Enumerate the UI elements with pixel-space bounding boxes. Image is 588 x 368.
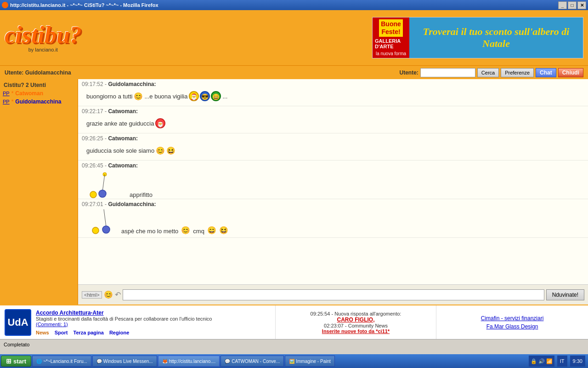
taskbar-btn-4[interactable]: 💬 CATWOMAN - Conve... bbox=[220, 356, 284, 367]
center-time: 09:25:54 - Nuova risposta all'argomento: bbox=[311, 311, 401, 316]
chat-input-bar: <html> 😊 ↶ Nduvinate! bbox=[78, 284, 588, 305]
smiley-5c: 😆 bbox=[219, 226, 228, 235]
taskbar-clock: 9:30 bbox=[570, 356, 585, 367]
taskbar-btn-3[interactable]: 🦊 http://cistitu.lanciano.... bbox=[158, 356, 220, 367]
preferenze-button[interactable]: Preferenze bbox=[501, 68, 534, 77]
html-label: <html> bbox=[82, 291, 102, 299]
emoji-green: 😄 bbox=[211, 91, 221, 101]
cerca-button[interactable]: Cerca bbox=[477, 68, 499, 77]
ad-text: Troverai il tuo sconto sull'albero di Na… bbox=[414, 26, 578, 50]
bottom-bar: UdA Accordo Architettura-Ater Stagisti e… bbox=[0, 305, 588, 339]
window-controls[interactable]: _ □ ✕ bbox=[558, 1, 586, 9]
taskbar-lang: IT bbox=[557, 356, 567, 367]
nav-search-label: Utente: bbox=[400, 69, 418, 76]
smiley-5a: 😊 bbox=[181, 226, 190, 235]
right-link-1[interactable]: Cimafin - servizi finanziari bbox=[481, 315, 544, 322]
right-link-2[interactable]: Fa.Mar Glass Design bbox=[486, 323, 538, 330]
sidebar-item-guidolamacchina[interactable]: PP * Guidolamacchina bbox=[0, 98, 78, 106]
news-title[interactable]: Accordo Architettura-Ater bbox=[36, 310, 104, 316]
sidebar-username-catwoman[interactable]: Catwoman bbox=[15, 90, 43, 97]
uda-logo: UdA bbox=[5, 309, 31, 336]
firefox-icon bbox=[2, 2, 8, 8]
taskbar-sys-icons: 🔒 🔊 📶 bbox=[529, 356, 554, 367]
sidebar-item-catwoman[interactable]: PP * Catwoman bbox=[0, 89, 78, 98]
nav-utente-label: Utente: Guidolamacchina bbox=[5, 69, 400, 76]
send-button[interactable]: Nduvinate! bbox=[546, 289, 584, 300]
bottom-center: 09:25:54 - Nuova risposta all'argomento:… bbox=[276, 305, 436, 339]
chat-message-1: 09:17:52 - Guidolamacchina: buongiorno a… bbox=[78, 79, 588, 106]
chat-msg-body-1: buongiorno a tutti 😊 ...e buona vigilia … bbox=[82, 89, 584, 103]
chat-msg-body-3: guiduccia sole sole siamo 😊 😆 bbox=[82, 144, 584, 157]
chat-msg-header-3: 09:26:25 - Catwoman: bbox=[82, 135, 584, 142]
chat-button[interactable]: Chat bbox=[536, 68, 556, 77]
chat-message-3: 09:26:25 - Catwoman: guiduccia sole sole… bbox=[78, 133, 588, 161]
sidebar-pp-guidolamacchina[interactable]: PP bbox=[3, 99, 10, 104]
logo-area: cistibu? by lanciano.it bbox=[5, 23, 82, 52]
news-link-regione[interactable]: Regione bbox=[109, 330, 129, 335]
pendulum-animation bbox=[86, 171, 123, 198]
taskbar-right: 🔒 🔊 📶 IT 9:30 bbox=[529, 356, 587, 367]
window-title: http://cistitu.lanciano.it - ~*~*~ CiSti… bbox=[10, 2, 558, 8]
taskbar-btn-1[interactable]: 🌐 ~*~Lanciano.it Foru... bbox=[32, 356, 91, 367]
pendulum-animation-2 bbox=[86, 209, 119, 235]
bottom-right: Cimafin - servizi finanziari Fa.Mar Glas… bbox=[436, 305, 588, 339]
chat-msg-header-2: 09:22:17 - Catwoman: bbox=[82, 108, 584, 115]
sidebar-pp-catwoman[interactable]: PP bbox=[3, 91, 10, 96]
emoji-hat: 🎅 bbox=[189, 91, 199, 101]
start-button[interactable]: ⊞ start bbox=[1, 356, 31, 367]
smiley-3a: 😊 bbox=[156, 146, 165, 155]
news-link-terzapagina[interactable]: Terza pagina bbox=[73, 330, 103, 335]
smiley-emoji-1: 😊 bbox=[134, 92, 143, 101]
ad-left: Buone Feste! GALLERIA D'ARTE la nuova fo… bbox=[373, 17, 409, 58]
top-header: cistibu? by lanciano.it Buone Feste! GAL… bbox=[0, 10, 588, 65]
chat-msg-body-4: apprifitto bbox=[82, 171, 584, 196]
chat-msg-header-4: 09:26:45 - Catwoman: bbox=[82, 162, 584, 169]
ad-badge: Buone Feste! bbox=[379, 19, 403, 37]
chat-msg-body-2: grazie anke ate guiduccia 🎅 bbox=[82, 116, 584, 130]
smiley-5b: 😄 bbox=[207, 226, 216, 235]
svg-point-3 bbox=[90, 191, 96, 198]
main-content: Cistitu? 2 Utenti PP * Catwoman PP * Gui… bbox=[0, 79, 588, 305]
nav-controls: Utente: Cerca Preferenze Chat Chiudi bbox=[400, 68, 584, 77]
chat-area: 09:17:52 - Guidolamacchina: buongiorno a… bbox=[78, 79, 588, 305]
svg-line-4 bbox=[104, 209, 106, 227]
chiudi-button[interactable]: Chiudi bbox=[558, 68, 583, 77]
ad-banner[interactable]: Buone Feste! GALLERIA D'ARTE la nuova fo… bbox=[372, 17, 583, 58]
chat-text-input[interactable] bbox=[123, 289, 544, 300]
center-topic[interactable]: CARO FIGLIO, bbox=[337, 316, 375, 323]
svg-point-2 bbox=[99, 190, 106, 197]
chat-message-5: 09:27:01 - Guidolamacchina: aspè che mo … bbox=[78, 199, 588, 238]
ad-right: Troverai il tuo sconto sull'albero di Na… bbox=[409, 17, 583, 58]
chat-message-4: 09:26:45 - Catwoman: app bbox=[78, 161, 588, 199]
chat-messages: 09:17:52 - Guidolamacchina: buongiorno a… bbox=[78, 79, 588, 284]
bottom-left: UdA Accordo Architettura-Ater Stagisti e… bbox=[0, 305, 276, 339]
news-link-news[interactable]: News bbox=[36, 330, 49, 335]
svg-line-1 bbox=[102, 174, 105, 191]
center-sub: 02:23:07 - Community News bbox=[324, 323, 388, 328]
chat-msg-body-5: aspè che mo lo metto 😊 cmq 😄 😆 bbox=[82, 209, 584, 235]
chat-msg-header-1: 09:17:52 - Guidolamacchina: bbox=[82, 81, 584, 87]
taskbar-btn-2[interactable]: 💬 Windows Live Messen... bbox=[92, 356, 157, 367]
sidebar-username-guidolamacchina[interactable]: Guidolamacchina bbox=[15, 98, 61, 105]
logo: cistibu? bbox=[5, 23, 82, 47]
close-btn[interactable]: ✕ bbox=[577, 1, 586, 9]
ad-gallery-title: GALLERIA D'ARTE bbox=[375, 38, 407, 49]
sidebar-title: Cistitu? 2 Utenti bbox=[0, 81, 78, 89]
nav-bar: Utente: Guidolamacchina Utente: Cerca Pr… bbox=[0, 65, 588, 79]
news-comment[interactable]: (Commenti: 1) bbox=[36, 322, 68, 327]
center-link[interactable]: Inserite nuove foto da *ci11* bbox=[322, 328, 390, 334]
logo-by: by lanciano.it bbox=[28, 47, 58, 52]
sidebar: Cistitu? 2 Utenti PP * Catwoman PP * Gui… bbox=[0, 79, 78, 305]
taskbar: ⊞ start 🌐 ~*~Lanciano.it Foru... 💬 Windo… bbox=[0, 354, 588, 368]
nav-search-input[interactable] bbox=[420, 68, 475, 77]
ad-gallery-sub: la nuova forma bbox=[376, 51, 406, 56]
taskbar-btn-5[interactable]: 🖼️ Immagine - Paint bbox=[285, 356, 335, 367]
minimize-btn[interactable]: _ bbox=[558, 1, 567, 9]
svg-point-6 bbox=[92, 227, 99, 234]
smiley-picker-btn[interactable]: 😊 bbox=[104, 290, 113, 299]
chat-arrow-icon[interactable]: ↶ bbox=[115, 290, 121, 299]
news-link-sport[interactable]: Sport bbox=[55, 330, 68, 335]
maximize-btn[interactable]: □ bbox=[568, 1, 577, 9]
svg-point-5 bbox=[102, 226, 110, 233]
titlebar: http://cistitu.lanciano.it - ~*~*~ CiSti… bbox=[0, 0, 588, 10]
